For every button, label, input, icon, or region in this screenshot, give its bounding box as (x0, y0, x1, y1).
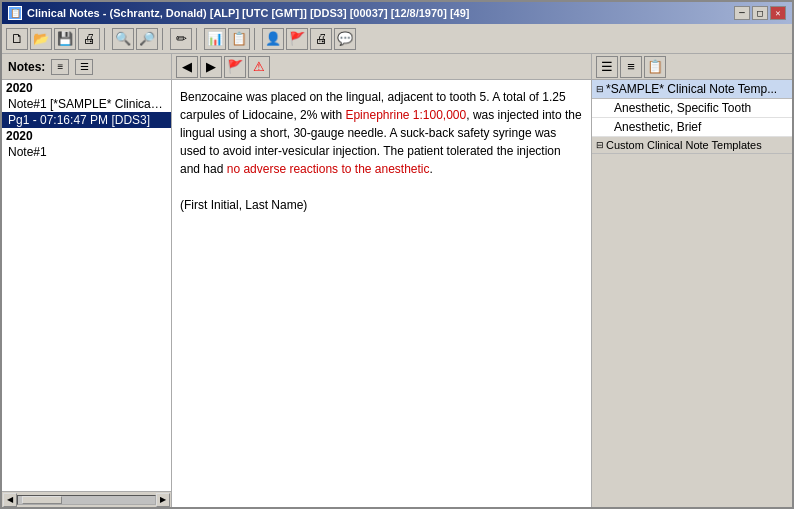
tb-list-btn[interactable]: 📋 (228, 28, 250, 50)
main-toolbar: 🗋 📂 💾 🖨 🔍 🔎 ✏ 📊 📋 👤 🚩 🖨 💬 (2, 24, 792, 54)
tb-print-btn[interactable]: 🖨 (78, 28, 100, 50)
separator4 (254, 28, 258, 50)
sample-template-label: *SAMPLE* Clinical Note Temp... (606, 82, 777, 96)
close-button[interactable]: ✕ (770, 6, 786, 20)
tb-edit-btn[interactable]: ✏ (170, 28, 192, 50)
note-text-normal3: . (430, 162, 433, 176)
horizontal-scrollbar[interactable]: ◀ ▶ (2, 491, 171, 507)
tb-grid-btn[interactable]: 📊 (204, 28, 226, 50)
tb-msg-btn[interactable]: 💬 (334, 28, 356, 50)
sample-template-header[interactable]: ⊟ *SAMPLE* Clinical Note Temp... (592, 80, 792, 99)
template-item-label: Anesthetic, Brief (614, 120, 701, 134)
tb-user-btn[interactable]: 👤 (262, 28, 284, 50)
title-bar-left: 📋 Clinical Notes - (Schrantz, Donald) [A… (8, 6, 470, 20)
rt-btn1[interactable]: ☰ (596, 56, 618, 78)
center-panel: ◀ ▶ 🚩 ⚠ Benzocaine was placed on the lin… (172, 54, 592, 507)
scroll-thumb[interactable] (22, 496, 62, 504)
notes-list[interactable]: 2020 Note#1 [*SAMPLE* Clinical Not Pg1 -… (2, 80, 171, 491)
template-item-label: Anesthetic, Specific Tooth (614, 101, 751, 115)
rt-btn3[interactable]: 📋 (644, 56, 666, 78)
custom-templates-label: Custom Clinical Note Templates (606, 139, 762, 151)
app-icon: 📋 (8, 6, 22, 20)
ct-back-btn[interactable]: ◀ (176, 56, 198, 78)
template-tree: ⊟ *SAMPLE* Clinical Note Temp... Anesthe… (592, 80, 792, 507)
left-panel: Notes: ≡ ☰ 2020 Note#1 [*SAMPLE* Clinica… (2, 54, 172, 507)
note-text-red2: no adverse reactions to the anesthetic (227, 162, 430, 176)
window-title: Clinical Notes - (Schrantz, Donald) [ALP… (27, 7, 470, 19)
tb-new-btn[interactable]: 🗋 (6, 28, 28, 50)
expand-icon-custom: ⊟ (596, 140, 604, 150)
note-content-area: Benzocaine was placed on the lingual, ad… (172, 80, 591, 507)
notes-label: Notes: (8, 60, 45, 74)
template-item-anesthetic-brief[interactable]: Anesthetic, Brief (592, 118, 792, 137)
notes-header: Notes: ≡ ☰ (2, 54, 171, 80)
ct-flag-btn[interactable]: 🚩 (224, 56, 246, 78)
tb-flag-btn[interactable]: 🚩 (286, 28, 308, 50)
rt-btn2[interactable]: ≡ (620, 56, 642, 78)
tb-zoom-btn[interactable]: 🔎 (136, 28, 158, 50)
list-item[interactable]: Note#1 [*SAMPLE* Clinical Not (2, 96, 171, 112)
center-toolbar: ◀ ▶ 🚩 ⚠ (172, 54, 591, 80)
list-item[interactable]: 2020 (2, 128, 171, 144)
tb-save-btn[interactable]: 💾 (54, 28, 76, 50)
maximize-button[interactable]: □ (752, 6, 768, 20)
scroll-track[interactable] (17, 495, 156, 505)
template-item-anesthetic-specific[interactable]: Anesthetic, Specific Tooth (592, 99, 792, 118)
main-window: 📋 Clinical Notes - (Schrantz, Donald) [A… (0, 0, 794, 509)
list-item[interactable]: 2020 (2, 80, 171, 96)
note-paragraph1: Benzocaine was placed on the lingual, ad… (180, 88, 583, 178)
tb-open-btn[interactable]: 📂 (30, 28, 52, 50)
ct-warn-btn[interactable]: ⚠ (248, 56, 270, 78)
title-bar-controls: ─ □ ✕ (734, 6, 786, 20)
scroll-left-btn[interactable]: ◀ (3, 493, 17, 507)
list-item[interactable]: Note#1 (2, 144, 171, 160)
separator3 (196, 28, 200, 50)
ct-forward-btn[interactable]: ▶ (200, 56, 222, 78)
tb-search-btn[interactable]: 🔍 (112, 28, 134, 50)
main-area: Notes: ≡ ☰ 2020 Note#1 [*SAMPLE* Clinica… (2, 54, 792, 507)
title-bar: 📋 Clinical Notes - (Schrantz, Donald) [A… (2, 2, 792, 24)
separator1 (104, 28, 108, 50)
tb-print2-btn[interactable]: 🖨 (310, 28, 332, 50)
scroll-right-btn[interactable]: ▶ (156, 493, 170, 507)
separator2 (162, 28, 166, 50)
notes-view-btn1[interactable]: ≡ (51, 59, 69, 75)
right-panel: ☰ ≡ 📋 ⊟ *SAMPLE* Clinical Note Temp... A… (592, 54, 792, 507)
custom-templates-header[interactable]: ⊟ Custom Clinical Note Templates (592, 137, 792, 154)
expand-icon: ⊟ (596, 84, 604, 94)
list-item-selected[interactable]: Pg1 - 07:16:47 PM [DDS3] (2, 112, 171, 128)
note-text-red: Epinephrine 1:100,000 (345, 108, 466, 122)
note-paragraph2: (First Initial, Last Name) (180, 196, 583, 214)
minimize-button[interactable]: ─ (734, 6, 750, 20)
notes-view-btn2[interactable]: ☰ (75, 59, 93, 75)
right-toolbar: ☰ ≡ 📋 (592, 54, 792, 80)
